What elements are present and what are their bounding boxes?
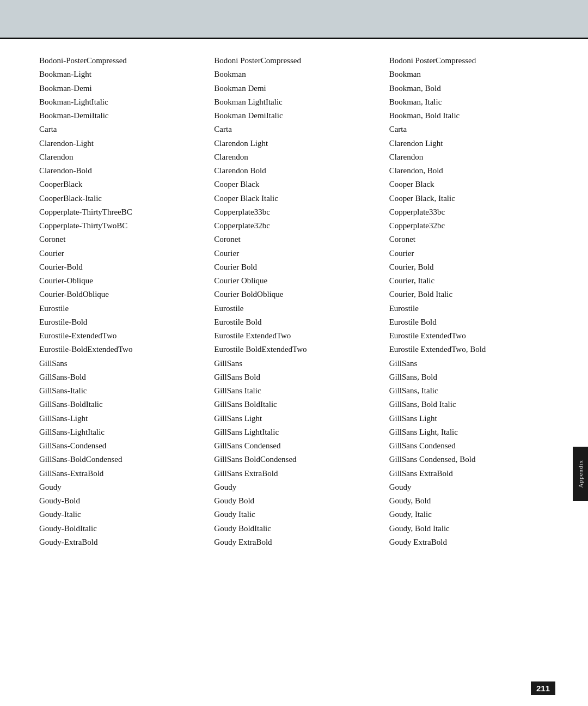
list-item: GillSans Condensed (214, 440, 380, 452)
list-item: Eurostile (214, 302, 380, 315)
list-item: Carta (39, 123, 205, 136)
list-item: Bookman-LightItalic (39, 96, 205, 108)
list-item: Goudy Italic (214, 508, 380, 521)
list-item: Clarendon (389, 151, 555, 163)
list-item: GillSans BoldCondensed (214, 453, 380, 466)
list-item: Courier-BoldOblique (39, 288, 205, 301)
list-item: Clarendon Bold (214, 165, 380, 177)
page-number-area: 211 (531, 681, 555, 695)
list-item: Clarendon (214, 151, 380, 163)
list-item: GillSans-BoldItalic (39, 398, 205, 411)
list-item: Goudy (389, 481, 555, 494)
list-item: Goudy-BoldItalic (39, 522, 205, 535)
list-item: Eurostile-Bold (39, 316, 205, 328)
column-2: Bodoni PosterCompressedBookmanBookman De… (214, 54, 389, 549)
list-item: GillSans-BoldCondensed (39, 453, 205, 466)
list-item: GillSans-Bold (39, 371, 205, 384)
list-item: GillSans (214, 357, 380, 370)
list-item: Copperplate33bc (214, 206, 380, 218)
list-item: Bookman Demi (214, 82, 380, 95)
list-item: GillSans, Italic (389, 385, 555, 397)
content-area: Bodoni-PosterCompressedBookman-LightBook… (0, 39, 588, 549)
list-item: Clarendon-Light (39, 137, 205, 150)
list-item: Eurostile BoldExtendedTwo (214, 343, 380, 356)
list-item: Cooper Black (214, 178, 380, 191)
list-item: Clarendon-Bold (39, 165, 205, 177)
list-item: Copperplate32bc (389, 220, 555, 232)
list-item: GillSans Light (389, 412, 555, 425)
appendix-tab[interactable]: Appendix (573, 447, 588, 501)
list-item: Eurostile ExtendedTwo (214, 330, 380, 342)
list-item: Coronet (214, 233, 380, 246)
list-item: Bookman (389, 68, 555, 81)
list-item: Coronet (389, 233, 555, 246)
list-item: Bookman-Demi (39, 82, 205, 95)
list-item: Cooper Black, Italic (389, 192, 555, 205)
list-item: GillSans-Condensed (39, 440, 205, 452)
list-item: GillSans (39, 357, 205, 370)
list-item: Courier, Italic (389, 275, 555, 287)
appendix-tab-label: Appendix (577, 460, 584, 488)
list-item: Clarendon Light (214, 137, 380, 150)
list-item: GillSans ExtraBold (389, 467, 555, 480)
page-number: 211 (531, 681, 555, 695)
list-item: Goudy (39, 481, 205, 494)
list-item: GillSans Light, Italic (389, 426, 555, 439)
list-item: GillSans Light (214, 412, 380, 425)
list-item: Courier (389, 247, 555, 260)
list-item: Goudy, Italic (389, 508, 555, 521)
list-item: GillSans ExtraBold (214, 467, 380, 480)
list-item: Clarendon (39, 151, 205, 163)
list-item: Eurostile Bold (214, 316, 380, 328)
list-item: Eurostile (39, 302, 205, 315)
list-item: Bookman, Bold Italic (389, 109, 555, 122)
list-item: Goudy-ExtraBold (39, 536, 205, 549)
list-item: GillSans (389, 357, 555, 370)
list-item: Courier-Oblique (39, 275, 205, 287)
list-item: GillSans-Italic (39, 385, 205, 397)
list-item: Eurostile (389, 302, 555, 315)
list-item: Courier, Bold (389, 261, 555, 273)
list-item: Coronet (39, 233, 205, 246)
list-item: Goudy ExtraBold (214, 536, 380, 549)
list-item: Eurostile-ExtendedTwo (39, 330, 205, 342)
list-item: GillSans, Bold Italic (389, 398, 555, 411)
list-item: Carta (214, 123, 380, 136)
list-item: Eurostile Bold (389, 316, 555, 328)
list-item: Bookman-DemiItalic (39, 109, 205, 122)
list-item: Bodoni PosterCompressed (214, 54, 380, 67)
list-item: Bodoni-PosterCompressed (39, 54, 205, 67)
list-item: Bookman-Light (39, 68, 205, 81)
list-item: Courier-Bold (39, 261, 205, 273)
list-item: Bookman, Italic (389, 96, 555, 108)
list-item: Carta (389, 123, 555, 136)
list-item: Eurostile ExtendedTwo, Bold (389, 343, 555, 356)
list-item: Cooper Black Italic (214, 192, 380, 205)
column-1: Bodoni-PosterCompressedBookman-LightBook… (39, 54, 214, 549)
list-item: GillSans-Light (39, 412, 205, 425)
list-item: Copperplate32bc (214, 220, 380, 232)
list-item: Courier (39, 247, 205, 260)
list-item: Bookman DemiItalic (214, 109, 380, 122)
list-item: Cooper Black (389, 178, 555, 191)
list-item: Goudy, Bold (389, 495, 555, 507)
list-item: GillSans, Bold (389, 371, 555, 384)
list-item: Eurostile ExtendedTwo (389, 330, 555, 342)
list-item: Copperplate-ThirtyThreeBC (39, 206, 205, 218)
list-item: Goudy, Bold Italic (389, 522, 555, 535)
list-item: Courier Bold (214, 261, 380, 273)
list-item: Clarendon Light (389, 137, 555, 150)
list-item: GillSans BoldItalic (214, 398, 380, 411)
list-item: Goudy ExtraBold (389, 536, 555, 549)
header-bar (0, 0, 588, 39)
list-item: Eurostile-BoldExtendedTwo (39, 343, 205, 356)
list-item: Copperplate33bc (389, 206, 555, 218)
list-item: CooperBlack (39, 178, 205, 191)
list-item: Goudy (214, 481, 380, 494)
list-item: GillSans-LightItalic (39, 426, 205, 439)
list-item: Courier Oblique (214, 275, 380, 287)
list-item: Goudy-Italic (39, 508, 205, 521)
list-item: Goudy BoldItalic (214, 522, 380, 535)
list-item: GillSans Italic (214, 385, 380, 397)
list-item: Courier, Bold Italic (389, 288, 555, 301)
